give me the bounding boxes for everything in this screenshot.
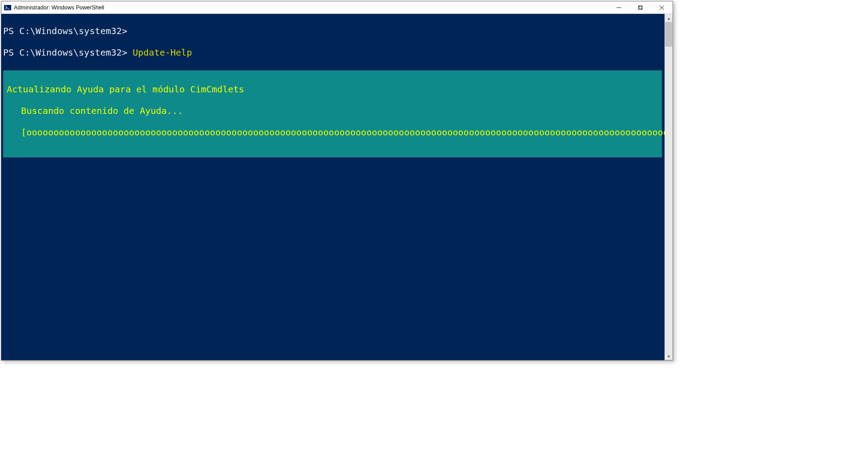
maximize-button[interactable] bbox=[630, 1, 651, 13]
window-controls bbox=[608, 1, 673, 13]
svg-rect-4 bbox=[639, 5, 643, 9]
close-icon bbox=[660, 5, 664, 10]
prompt-line-1: PS C:\Windows\system32> bbox=[3, 26, 127, 36]
console-area: PS C:\Windows\system32> PS C:\Windows\sy… bbox=[1, 14, 673, 360]
minimize-button[interactable] bbox=[608, 1, 630, 13]
prompt-line-2: PS C:\Windows\system32> bbox=[3, 47, 133, 58]
progress-subtitle: Buscando contenido de Ayuda... bbox=[7, 105, 658, 116]
minimize-icon bbox=[617, 5, 621, 10]
console-output[interactable]: PS C:\Windows\system32> PS C:\Windows\sy… bbox=[1, 14, 665, 360]
powershell-icon bbox=[4, 4, 11, 11]
close-button[interactable] bbox=[651, 1, 673, 13]
titlebar[interactable]: Administrador: Windows PowerShell bbox=[1, 1, 673, 14]
progress-panel: Actualizando Ayuda para el módulo CimCmd… bbox=[3, 70, 662, 157]
scroll-down-arrow[interactable]: ▾ bbox=[665, 352, 673, 360]
svg-rect-3 bbox=[638, 6, 642, 10]
window-title: Administrador: Windows PowerShell bbox=[14, 4, 608, 11]
progress-title: Actualizando Ayuda para el módulo CimCmd… bbox=[7, 84, 658, 95]
vertical-scrollbar[interactable]: ▴ ▾ bbox=[665, 14, 673, 360]
command-text: Update-Help bbox=[133, 47, 192, 58]
progress-bar: [ooooooooooooooooooooooooooooooooooooooo… bbox=[7, 127, 658, 138]
scroll-up-arrow[interactable]: ▴ bbox=[665, 14, 673, 22]
maximize-icon bbox=[638, 5, 643, 10]
scrollbar-thumb[interactable] bbox=[665, 22, 672, 47]
powershell-window: Administrador: Windows PowerShell PS C:\… bbox=[1, 1, 673, 361]
